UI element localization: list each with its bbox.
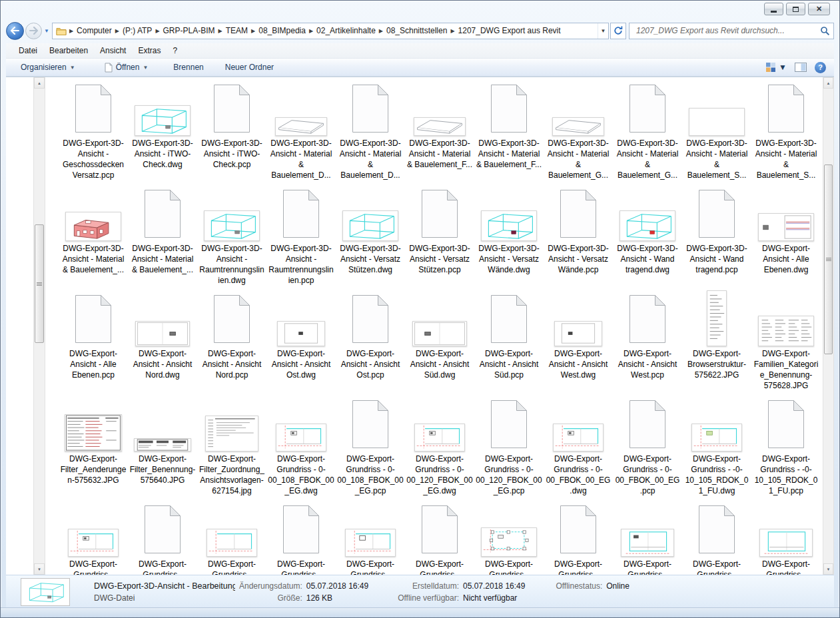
file-item[interactable]: DWG-Export-Ansicht - Alle Ebenen.dwg <box>751 188 821 293</box>
scroll-down-icon[interactable]: ▼ <box>823 563 833 575</box>
menu-item-bearbeiten[interactable]: Bearbeiten <box>43 44 94 57</box>
file-item[interactable]: DWG-Export-Grundriss - <box>405 503 474 575</box>
search-icon[interactable] <box>820 26 830 36</box>
scroll-up-icon[interactable]: ▲ <box>34 77 45 89</box>
file-item[interactable]: DWG-Export-Grundriss - <box>266 503 336 575</box>
file-item[interactable]: DWG-Export-3D-Ansicht - Material & Bauel… <box>59 188 128 293</box>
organize-button[interactable]: Organisieren▼ <box>15 60 81 75</box>
menu-item-[interactable]: ? <box>167 44 183 57</box>
elevation-small-marker-center-icon <box>277 293 325 346</box>
file-item[interactable]: DWG-Export-Grundriss - <box>613 503 682 575</box>
file-item[interactable]: DWG-Export-Ansicht - Ansicht Süd.dwg <box>405 293 474 398</box>
scrollbar-thumb[interactable] <box>35 224 44 343</box>
file-item[interactable]: DWG-Export-3D-Ansicht - Material & Bauel… <box>613 83 682 188</box>
file-item[interactable]: DWG-Export-3D-Ansicht - iTWO-Check.dwg <box>128 83 197 188</box>
file-item[interactable]: DWG-Export-3D-Ansicht - Versatz Stützen.… <box>405 188 474 293</box>
open-button[interactable]: Öffnen▼ <box>99 60 154 75</box>
file-item[interactable]: DWG-Export-Filter_Zuordnung_Ansichtsvorl… <box>197 398 266 503</box>
breadcrumb-item[interactable]: 08_BIMpedia <box>256 24 308 37</box>
breadcrumb-item[interactable]: Computer <box>75 24 114 37</box>
file-item[interactable]: DWG-Export-Grundriss - <box>197 503 266 575</box>
breadcrumb-item[interactable]: GRP-PLA-BIM <box>161 24 217 37</box>
file-item[interactable]: DWG-Export-Grundriss - <box>474 503 544 575</box>
selected-file-thumbnail <box>21 578 70 606</box>
file-item[interactable]: DWG-Export-3D-Ansicht - Material & Bauel… <box>266 83 336 188</box>
file-item[interactable]: DWG-Export-3D-Ansicht - Material & Bauel… <box>336 83 405 188</box>
file-item[interactable]: DWG-Export-Grundriss - 0-00_108_FBOK_00_… <box>266 398 336 503</box>
address-bar[interactable]: ▶Computer▶(P:) ATP▶GRP-PLA-BIM▶TEAM▶08_B… <box>52 23 609 39</box>
file-item[interactable]: DWG-Export-3D-Ansicht - Raumtrennungslin… <box>197 188 266 293</box>
file-item[interactable]: DWG-Export-3D-Ansicht - Versatz Wände.dw… <box>474 188 544 293</box>
file-item[interactable]: DWG-Export-3D-Ansicht - Material & Bauel… <box>405 83 474 188</box>
file-item[interactable]: DWG-Export-3D-Ansicht - Material & Bauel… <box>128 188 197 293</box>
address-dropdown-icon[interactable]: ▼ <box>598 23 608 39</box>
file-item[interactable]: DWG-Export-3D-Ansicht - Raumtrennungslin… <box>266 188 336 293</box>
close-button[interactable]: ✕ <box>808 3 830 15</box>
file-item[interactable]: DWG-Export-3D-Ansicht - Material & Bauel… <box>474 83 544 188</box>
file-item[interactable]: DWG-Export-Grundriss - 0-00_120_FBOK_00_… <box>474 398 544 503</box>
file-item[interactable]: DWG-Export-Grundriss - 0-00_FBOK_00_EG.d… <box>544 398 613 503</box>
scroll-down-icon[interactable]: ▼ <box>34 563 45 575</box>
file-item[interactable]: DWG-Export-Grundriss - 0-00_120_FBOK_00_… <box>405 398 474 503</box>
file-item[interactable]: DWG-Export-Browserstruktur-575622.JPG <box>682 293 751 398</box>
file-item[interactable]: DWG-Export-Grundriss - -0-10_105_RDOK_01… <box>682 398 751 503</box>
menu-item-ansicht[interactable]: Ansicht <box>94 44 132 57</box>
file-item[interactable]: DWG-Export-3D-Ansicht - Versatz Stützen.… <box>336 188 405 293</box>
minimize-button[interactable] <box>764 3 783 15</box>
scrollbar-thumb[interactable] <box>824 164 833 354</box>
file-name: DWG-Export-Grundriss - <box>753 559 819 575</box>
file-item[interactable]: DWG-Export-3D-Ansicht - Wand tragend.dwg <box>613 188 682 293</box>
scroll-up-icon[interactable]: ▲ <box>823 77 833 89</box>
back-button[interactable] <box>6 22 24 40</box>
breadcrumb-item[interactable]: 02_Artikelinhalte <box>314 24 378 37</box>
file-item[interactable]: DWG-Export-Grundriss - <box>682 503 751 575</box>
file-item[interactable]: DWG-Export-3D-Ansicht - iTWO-Check.pcp <box>197 83 266 188</box>
blank-document-icon <box>74 83 113 136</box>
file-item[interactable]: DWG-Export-Ansicht - Ansicht West.pcp <box>613 293 682 398</box>
file-item[interactable]: DWG-Export-Filter_Aenderungen-575632.JPG <box>59 398 128 503</box>
file-item[interactable]: DWG-Export-3D-Ansicht - Versatz Wände.pc… <box>544 188 613 293</box>
file-item[interactable]: DWG-Export-Grundriss - 0-00_FBOK_00_EG.p… <box>613 398 682 503</box>
help-button[interactable]: ? <box>815 62 826 73</box>
file-item[interactable]: DWG-Export-3D-Ansicht - Wand tragend.pcp <box>682 188 751 293</box>
nav-pane-scrollbar[interactable]: ▲ ▼ <box>33 77 45 575</box>
file-item[interactable]: DWG-Export-3D-Ansicht - Material & Bauel… <box>751 83 821 188</box>
file-item[interactable]: DWG-Export-Grundriss - -0-10_105_RDOK_01… <box>751 398 821 503</box>
refresh-button[interactable] <box>610 23 626 39</box>
breadcrumb-item[interactable]: TEAM <box>224 24 250 37</box>
file-item[interactable]: DWG-Export-3D-Ansicht - Geschossdecken V… <box>59 83 128 188</box>
file-item[interactable]: DWG-Export-Ansicht - Ansicht Ost.dwg <box>266 293 336 398</box>
maximize-button[interactable] <box>786 3 805 15</box>
file-item[interactable]: DWG-Export-3D-Ansicht - Material & Bauel… <box>682 83 751 188</box>
file-item[interactable]: DWG-Export-Ansicht - Ansicht Ost.pcp <box>336 293 405 398</box>
preview-pane-button[interactable] <box>795 63 807 72</box>
breadcrumb-item[interactable]: (P:) ATP <box>121 24 154 37</box>
file-item[interactable]: DWG-Export-3D-Ansicht - Material & Bauel… <box>544 83 613 188</box>
recent-pages-dropdown-icon[interactable]: ▼ <box>44 28 49 34</box>
file-item[interactable]: DWG-Export-Grundriss - <box>544 503 613 575</box>
navigation-pane <box>6 77 33 575</box>
forward-button[interactable] <box>25 23 42 39</box>
views-button[interactable]: ▼ <box>765 62 787 73</box>
file-item[interactable]: DWG-Export-Grundriss - <box>128 503 197 575</box>
file-item[interactable]: DWG-Export-Ansicht - Ansicht West.dwg <box>544 293 613 398</box>
menu-item-extras[interactable]: Extras <box>132 44 167 57</box>
file-item[interactable]: DWG-Export-Ansicht - Ansicht Nord.pcp <box>197 293 266 398</box>
slab-3d-icon <box>552 83 604 136</box>
file-item[interactable]: DWG-Export-Familien_Kategorie_Benennung-… <box>751 293 821 398</box>
file-item[interactable]: DWG-Export-Ansicht - Alle Ebenen.pcp <box>59 293 128 398</box>
vertical-scrollbar[interactable]: ▲ ▼ <box>823 77 834 575</box>
file-item[interactable]: DWG-Export-Ansicht - Ansicht Nord.dwg <box>128 293 197 398</box>
search-input[interactable] <box>635 25 820 36</box>
file-item[interactable]: DWG-Export-Grundriss - <box>751 503 821 575</box>
menu-item-datei[interactable]: Datei <box>13 44 43 57</box>
breadcrumb-item[interactable]: 08_Schnittstellen <box>384 24 449 37</box>
file-item[interactable]: DWG-Export-Filter_Benennung-575640.JPG <box>128 398 197 503</box>
new-folder-button[interactable]: Neuer Ordner <box>220 60 279 75</box>
file-item[interactable]: DWG-Export-Grundriss - <box>336 503 405 575</box>
burn-button[interactable]: Brennen <box>168 60 209 75</box>
breadcrumb-item[interactable]: 1207_DWG Export aus Revit <box>456 24 563 37</box>
file-item[interactable]: DWG-Export-Grundriss - <box>59 503 128 575</box>
file-item[interactable]: DWG-Export-Grundriss - 0-00_108_FBOK_00_… <box>336 398 405 503</box>
file-item[interactable]: DWG-Export-Ansicht - Ansicht Süd.pcp <box>474 293 544 398</box>
